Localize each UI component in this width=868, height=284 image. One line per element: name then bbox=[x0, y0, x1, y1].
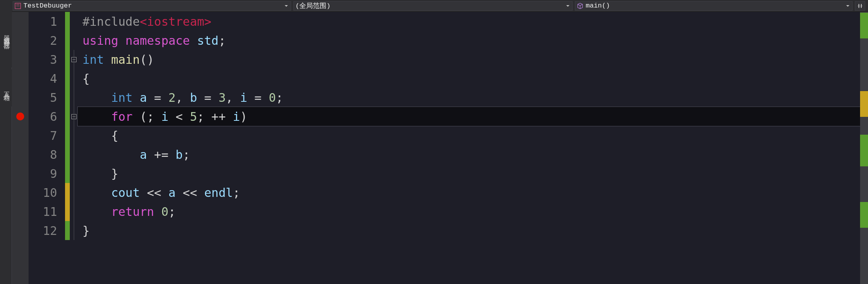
code-line[interactable]: { bbox=[78, 69, 860, 88]
project-dropdown[interactable]: TestDebuuger bbox=[13, 1, 291, 11]
line-number: 9 bbox=[29, 164, 65, 183]
line-number: 4 bbox=[29, 69, 65, 88]
code-line[interactable]: int a = 2, b = 3, i = 0; bbox=[78, 88, 860, 107]
line-number: 10 bbox=[29, 183, 65, 202]
change-marker bbox=[65, 50, 70, 69]
overview-mark bbox=[860, 202, 868, 228]
code-line[interactable]: } bbox=[78, 221, 860, 240]
fold-cell bbox=[70, 12, 78, 31]
code-line[interactable]: using namespace std; bbox=[78, 31, 860, 50]
code-line[interactable]: int main() bbox=[78, 50, 860, 69]
side-tab-toolbox[interactable]: 工具箱 bbox=[0, 69, 12, 107]
line-number: 6 bbox=[29, 107, 65, 126]
line-number: 5 bbox=[29, 88, 65, 107]
scope-dropdown[interactable]: (全局范围) bbox=[293, 1, 573, 11]
code-line[interactable]: #include<iostream> bbox=[78, 12, 860, 31]
change-marker bbox=[65, 183, 70, 202]
chevron-down-icon bbox=[845, 4, 851, 8]
fold-cell[interactable] bbox=[70, 50, 78, 69]
change-bar bbox=[65, 12, 70, 284]
line-number: 7 bbox=[29, 126, 65, 145]
change-marker bbox=[65, 88, 70, 107]
overview-mark bbox=[860, 91, 868, 117]
fold-column[interactable] bbox=[70, 12, 78, 284]
change-marker bbox=[65, 164, 70, 183]
change-marker bbox=[65, 31, 70, 50]
line-number: 2 bbox=[29, 31, 65, 50]
change-marker bbox=[65, 126, 70, 145]
project-icon bbox=[15, 3, 21, 9]
method-icon bbox=[577, 3, 583, 9]
code-line[interactable]: a += b; bbox=[78, 145, 860, 164]
member-dropdown[interactable]: main() bbox=[575, 1, 853, 11]
chevron-down-icon bbox=[284, 4, 289, 8]
side-tab-strip: 器资源管理器 工具箱 bbox=[0, 0, 12, 284]
code-editor[interactable]: 123456789101112 #include<iostream>using … bbox=[12, 12, 868, 284]
code-line[interactable]: { bbox=[78, 126, 860, 145]
change-marker bbox=[65, 107, 70, 126]
code-line[interactable]: return 0; bbox=[78, 202, 860, 221]
change-marker bbox=[65, 145, 70, 164]
line-number: 12 bbox=[29, 221, 65, 240]
overview-mark bbox=[860, 135, 868, 166]
split-view-button[interactable] bbox=[855, 1, 865, 11]
fold-cell[interactable] bbox=[70, 107, 78, 126]
fold-cell bbox=[70, 88, 78, 107]
line-number-gutter: 123456789101112 bbox=[29, 12, 65, 284]
scope-dropdown-label: (全局范围) bbox=[295, 1, 330, 10]
line-number: 3 bbox=[29, 50, 65, 69]
line-number: 1 bbox=[29, 12, 65, 31]
breakpoint-marker[interactable] bbox=[16, 112, 24, 120]
navigation-bar: TestDebuuger (全局范围) main() bbox=[0, 0, 868, 12]
fold-cell bbox=[70, 126, 78, 145]
side-tab-server-explorer[interactable]: 器资源管理器 bbox=[0, 0, 12, 67]
fold-cell bbox=[70, 183, 78, 202]
fold-cell bbox=[70, 221, 78, 240]
code-line[interactable]: cout << a << endl; bbox=[78, 183, 860, 202]
breakpoint-margin[interactable] bbox=[12, 12, 29, 284]
code-line[interactable]: for (; i < 5; ++ i) bbox=[78, 107, 860, 126]
code-line[interactable]: } bbox=[78, 164, 860, 183]
split-icon bbox=[857, 3, 863, 9]
fold-cell bbox=[70, 69, 78, 88]
fold-cell bbox=[70, 145, 78, 164]
change-marker bbox=[65, 202, 70, 221]
change-marker bbox=[65, 69, 70, 88]
project-dropdown-label: TestDebuuger bbox=[23, 2, 72, 10]
line-number: 11 bbox=[29, 202, 65, 221]
fold-cell bbox=[70, 164, 78, 183]
code-area[interactable]: #include<iostream>using namespace std;in… bbox=[78, 12, 860, 284]
fold-cell bbox=[70, 202, 78, 221]
chevron-down-icon bbox=[565, 4, 571, 8]
overview-mark bbox=[860, 13, 868, 38]
change-marker bbox=[65, 12, 70, 31]
change-marker bbox=[65, 221, 70, 240]
overview-ruler[interactable] bbox=[860, 12, 868, 284]
line-number: 8 bbox=[29, 145, 65, 164]
fold-cell bbox=[70, 31, 78, 50]
member-dropdown-label: main() bbox=[586, 2, 610, 10]
